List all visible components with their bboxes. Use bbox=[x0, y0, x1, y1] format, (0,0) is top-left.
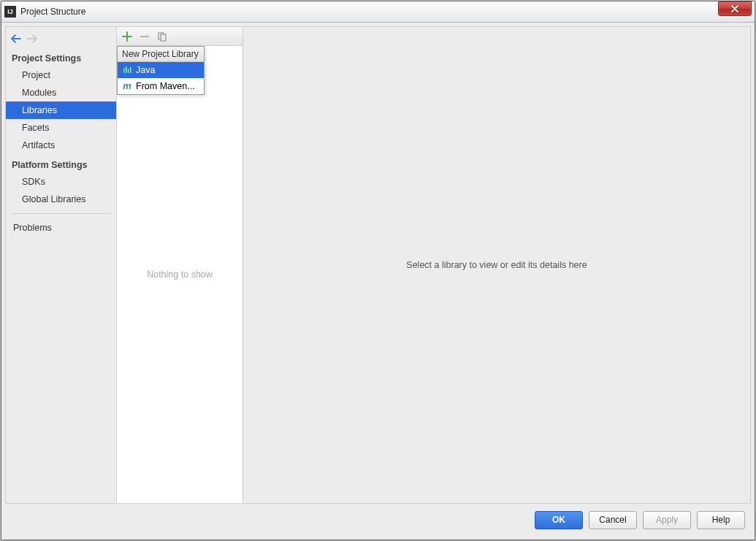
main-area: Project Settings Project Modules Librari… bbox=[5, 26, 751, 504]
sidebar-item-project[interactable]: Project bbox=[6, 66, 116, 84]
cancel-button[interactable]: Cancel bbox=[589, 511, 637, 529]
ok-button[interactable]: OK bbox=[535, 511, 583, 529]
settings-sidebar: Project Settings Project Modules Librari… bbox=[6, 27, 117, 503]
add-library-button[interactable] bbox=[121, 31, 133, 42]
window-title: Project Structure bbox=[20, 7, 718, 17]
nav-back-button[interactable] bbox=[10, 33, 22, 45]
dialog-footer: OK Cancel Apply Help bbox=[5, 504, 751, 536]
popup-item-maven[interactable]: m From Maven... bbox=[118, 78, 204, 94]
sidebar-item-sdks[interactable]: SDKs bbox=[6, 173, 116, 191]
sidebar-item-artifacts[interactable]: Artifacts bbox=[6, 137, 116, 154]
svg-rect-2 bbox=[123, 68, 125, 73]
nav-forward-button[interactable] bbox=[26, 33, 38, 45]
dialog-body: Project Settings Project Modules Librari… bbox=[1, 23, 755, 540]
libraries-toolbar bbox=[117, 27, 243, 46]
apply-button[interactable]: Apply bbox=[643, 511, 691, 529]
svg-rect-3 bbox=[126, 66, 127, 73]
java-icon bbox=[122, 65, 132, 75]
detail-placeholder: Select a library to view or edit its det… bbox=[406, 260, 587, 270]
copy-library-button[interactable] bbox=[156, 31, 168, 42]
titlebar[interactable]: IJ Project Structure bbox=[1, 1, 755, 23]
maven-icon: m bbox=[122, 81, 132, 91]
close-icon bbox=[730, 5, 739, 12]
project-structure-window: IJ Project Structure Project S bbox=[1, 1, 755, 540]
popup-item-maven-label: From Maven... bbox=[136, 81, 195, 91]
remove-library-button[interactable] bbox=[139, 31, 150, 42]
sidebar-item-global-libraries[interactable]: Global Libraries bbox=[6, 191, 116, 208]
popup-item-java-label: Java bbox=[136, 65, 155, 75]
window-close-button[interactable] bbox=[718, 1, 752, 16]
library-detail-panel: Select a library to view or edit its det… bbox=[243, 27, 750, 503]
svg-rect-1 bbox=[161, 34, 166, 41]
section-project-settings: Project Settings bbox=[6, 47, 116, 66]
section-platform-settings: Platform Settings bbox=[6, 154, 116, 173]
sidebar-item-problems[interactable]: Problems bbox=[6, 219, 116, 237]
popup-title: New Project Library bbox=[118, 47, 204, 62]
sidebar-item-facets[interactable]: Facets bbox=[6, 119, 116, 137]
sidebar-history-nav bbox=[6, 30, 116, 47]
sidebar-item-modules[interactable]: Modules bbox=[6, 84, 116, 101]
libraries-empty-text: Nothing to show bbox=[117, 46, 243, 503]
svg-rect-4 bbox=[128, 69, 129, 73]
sidebar-item-libraries[interactable]: Libraries bbox=[6, 101, 116, 119]
app-icon: IJ bbox=[4, 6, 16, 18]
help-button[interactable]: Help bbox=[697, 511, 745, 529]
svg-rect-5 bbox=[130, 67, 131, 73]
libraries-column: New Project Library Java bbox=[117, 27, 243, 503]
sidebar-divider bbox=[12, 213, 110, 214]
popup-item-java[interactable]: Java bbox=[118, 62, 204, 78]
new-library-popup: New Project Library Java bbox=[117, 46, 205, 95]
